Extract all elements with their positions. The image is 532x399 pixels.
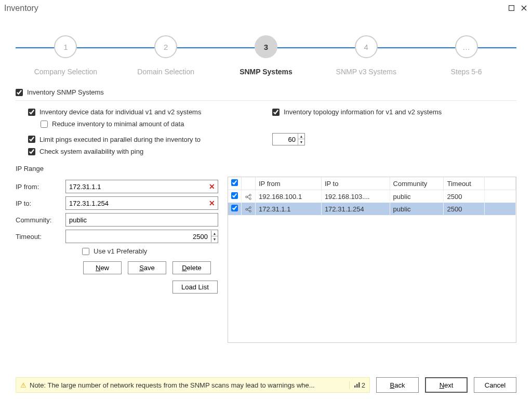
step-snmp-v3-systems[interactable]: 4 SNMP v3 Systems [316, 32, 416, 76]
row-checkbox[interactable] [231, 192, 238, 199]
ip-range-header: IP Range [16, 165, 516, 172]
reduce-checkbox[interactable] [41, 121, 48, 128]
availability-checkbox[interactable] [28, 148, 35, 155]
inventory-snmp-check[interactable]: Inventory SNMP Systems [16, 88, 516, 101]
step-number: 1 [54, 35, 77, 58]
wizard-steps: 1 Company Selection 2 Domain Selection 3… [0, 17, 532, 86]
svg-rect-15 [358, 382, 360, 388]
ip-from-input[interactable] [66, 181, 206, 192]
close-icon[interactable] [520, 4, 528, 12]
step-number: 4 [355, 35, 378, 58]
ip-to-input[interactable] [66, 198, 206, 209]
availability-label: Check system availability with ping [39, 148, 143, 155]
cell-timeout: 2500 [444, 203, 485, 215]
svg-point-5 [249, 198, 251, 200]
new-button[interactable]: New [83, 261, 122, 274]
community-input[interactable] [66, 215, 218, 225]
svg-point-9 [249, 207, 251, 209]
spinner-down-icon[interactable]: ▼ [298, 139, 304, 145]
spinner-up-icon[interactable]: ▲ [211, 231, 218, 236]
step-domain-selection[interactable]: 2 Domain Selection [116, 32, 216, 76]
inventory-snmp-label: Inventory SNMP Systems [27, 88, 104, 96]
topology-checkbox[interactable] [272, 109, 280, 116]
limit-pings-spinner[interactable]: ▲ ▼ [272, 133, 305, 145]
maximize-icon[interactable] [507, 4, 515, 12]
ip-range-table[interactable]: IP from IP to Community Timeout 192.168.… [228, 177, 516, 343]
topology-check[interactable]: Inventory topology information for v1 an… [272, 108, 506, 116]
note-text: Note: The large number of network reques… [30, 381, 345, 389]
availability-check[interactable]: Check system availability with ping [28, 148, 516, 155]
col-ip-from[interactable]: IP from [256, 177, 322, 190]
col-timeout[interactable]: Timeout [444, 177, 485, 190]
limit-pings-input[interactable] [273, 135, 298, 144]
load-list-button[interactable]: Load List [172, 281, 218, 294]
svg-rect-14 [356, 384, 358, 388]
select-all-checkbox[interactable] [231, 179, 238, 186]
ip-from-label: IP from: [16, 183, 65, 191]
back-button[interactable]: Back [376, 377, 419, 393]
share-icon[interactable] [245, 192, 252, 200]
cancel-button[interactable]: Cancel [474, 377, 516, 393]
clear-ip-to-icon[interactable]: ✕ [206, 199, 218, 207]
device-data-checkbox[interactable] [28, 109, 35, 116]
warning-icon: ⚠ [20, 381, 26, 389]
step-label: SNMP v3 Systems [316, 68, 416, 76]
step-number: … [455, 35, 478, 58]
table-row[interactable]: 172.31.1.1172.31.1.254public2500 [228, 203, 516, 215]
reduce-check[interactable]: Reduce inventory to minimal amount of da… [41, 120, 516, 128]
svg-point-4 [249, 194, 251, 196]
note-count[interactable]: 2 [349, 381, 365, 389]
note-bar[interactable]: ⚠ Note: The large number of network requ… [16, 377, 370, 393]
use-v1-checkbox[interactable] [82, 248, 89, 255]
svg-line-11 [247, 208, 249, 209]
step-label: Steps 5-6 [416, 68, 516, 76]
row-checkbox[interactable] [231, 205, 238, 211]
ip-to-label: IP to: [16, 200, 65, 207]
save-button[interactable]: Save [128, 261, 166, 274]
inventory-snmp-checkbox[interactable] [16, 89, 23, 96]
use-v1-check[interactable]: Use v1 Preferably [82, 247, 218, 255]
step-more[interactable]: … Steps 5-6 [416, 32, 516, 76]
spinner-up-icon[interactable]: ▲ [298, 134, 304, 139]
step-label: SNMP Systems [216, 68, 316, 76]
svg-line-12 [247, 209, 249, 210]
step-number: 2 [154, 35, 177, 58]
cell-ip-to: 192.168.103.... [321, 190, 390, 203]
step-label: Domain Selection [116, 68, 216, 76]
window-title: Inventory [4, 4, 38, 13]
timeout-input[interactable] [66, 231, 211, 242]
cell-ip-to: 172.31.1.254 [321, 203, 390, 215]
col-ip-to[interactable]: IP to [321, 177, 390, 190]
svg-point-3 [246, 196, 248, 198]
step-company-selection[interactable]: 1 Company Selection [16, 32, 116, 76]
step-snmp-systems[interactable]: 3 SNMP Systems [216, 32, 316, 76]
delete-button[interactable]: Delete [172, 261, 211, 274]
community-label: Community: [16, 216, 65, 224]
svg-rect-13 [354, 385, 356, 388]
cell-timeout: 2500 [444, 190, 485, 203]
device-data-label: Inventory device data for individual v1 … [39, 108, 201, 116]
use-v1-label: Use v1 Preferably [94, 247, 147, 255]
step-number: 3 [255, 35, 277, 58]
cell-community: public [390, 203, 444, 215]
svg-line-6 [247, 195, 249, 196]
svg-rect-0 [509, 6, 514, 11]
limit-pings-label: Limit pings executed in parallel during … [39, 136, 201, 143]
spinner-down-icon[interactable]: ▼ [211, 236, 218, 242]
svg-point-8 [246, 208, 248, 210]
col-community[interactable]: Community [390, 177, 444, 190]
topology-label: Inventory topology information for v1 an… [284, 108, 442, 116]
limit-pings-check[interactable]: Limit pings executed in parallel during … [28, 136, 262, 143]
clear-ip-from-icon[interactable]: ✕ [206, 182, 218, 191]
device-data-check[interactable]: Inventory device data for individual v1 … [28, 108, 262, 116]
cell-community: public [390, 190, 444, 203]
cell-ip-from: 192.168.100.1 [256, 190, 322, 203]
limit-pings-checkbox[interactable] [28, 136, 35, 143]
share-icon[interactable] [245, 205, 252, 212]
table-row[interactable]: 192.168.100.1192.168.103....public2500 [228, 190, 516, 203]
stats-icon [354, 382, 360, 388]
footer: ⚠ Note: The large number of network requ… [16, 377, 516, 393]
next-button[interactable]: Next [425, 377, 468, 393]
svg-line-7 [247, 197, 249, 198]
cell-ip-from: 172.31.1.1 [256, 203, 322, 215]
